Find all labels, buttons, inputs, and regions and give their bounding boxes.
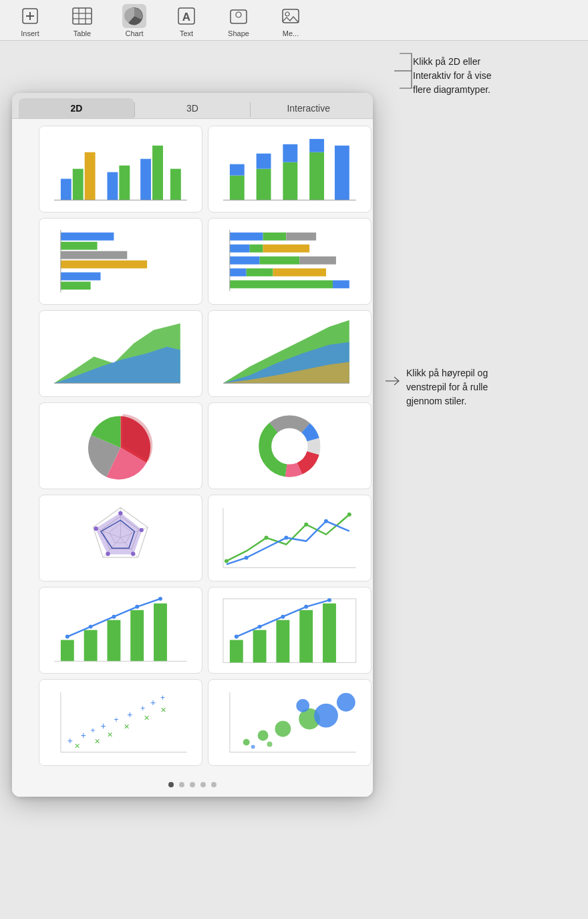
chart-area-stacked[interactable]	[208, 310, 372, 397]
svg-point-114	[327, 598, 331, 602]
svg-rect-13	[283, 9, 299, 23]
chart-combo-bar-line-framed[interactable]	[208, 587, 372, 674]
toolbar: Insert Table Chart	[0, 0, 588, 41]
svg-rect-46	[263, 245, 310, 253]
toolbar-text[interactable]: A Text	[170, 4, 203, 37]
toolbar-table[interactable]: Table	[65, 4, 99, 37]
svg-rect-16	[73, 169, 84, 201]
chart-label: Chart	[126, 29, 144, 37]
svg-point-85	[265, 536, 269, 540]
svg-rect-35	[61, 242, 98, 250]
svg-rect-21	[152, 146, 163, 201]
svg-rect-17	[85, 152, 96, 201]
svg-rect-36	[61, 251, 127, 259]
svg-rect-49	[299, 257, 336, 265]
svg-rect-96	[130, 610, 144, 662]
svg-point-140	[337, 693, 355, 712]
chart-line[interactable]	[208, 495, 372, 581]
svg-point-12	[236, 12, 241, 17]
chart-vertical-bar-stacked[interactable]	[208, 126, 372, 213]
toolbar-media[interactable]: Me...	[274, 4, 307, 37]
dot-4[interactable]	[200, 782, 206, 787]
svg-text:A: A	[182, 11, 190, 23]
nav-arrow-right[interactable]: ›	[369, 438, 373, 456]
tab-interactive[interactable]: Interactive	[251, 98, 366, 118]
chart-horizontal-bar-stacked[interactable]	[208, 218, 372, 305]
nav-arrow-left[interactable]: ‹	[12, 438, 16, 456]
tab-3d[interactable]: 3D	[135, 98, 251, 118]
chart-bubble[interactable]	[208, 679, 372, 766]
svg-point-100	[112, 615, 116, 619]
svg-point-102	[158, 597, 162, 601]
svg-point-101	[135, 605, 139, 609]
svg-rect-20	[140, 159, 151, 201]
svg-text:✕: ✕	[160, 706, 166, 714]
chart-donut[interactable]	[208, 402, 372, 489]
svg-text:+: +	[140, 704, 145, 713]
dot-2[interactable]	[179, 782, 184, 787]
chart-pie[interactable]	[39, 402, 202, 489]
svg-text:✕: ✕	[144, 714, 150, 722]
toolbar-insert[interactable]: Insert	[13, 4, 47, 37]
svg-point-84	[225, 559, 229, 563]
chart-combo-bar-line[interactable]	[39, 587, 202, 674]
svg-point-83	[94, 527, 98, 531]
dot-3[interactable]	[190, 782, 195, 787]
svg-rect-26	[257, 169, 271, 201]
svg-point-135	[258, 731, 269, 741]
svg-point-110	[235, 635, 239, 639]
svg-point-141	[251, 745, 255, 749]
svg-rect-105	[230, 640, 243, 663]
svg-text:+: +	[150, 697, 156, 708]
insert-label: Insert	[21, 29, 39, 37]
svg-rect-108	[299, 610, 313, 663]
chart-vertical-bar-grouped[interactable]	[39, 126, 202, 213]
chart-icon	[122, 4, 146, 28]
svg-rect-53	[230, 281, 333, 289]
svg-point-14	[285, 12, 289, 16]
svg-text:+: +	[91, 727, 96, 736]
toolbar-shape[interactable]: Shape	[222, 4, 255, 37]
svg-rect-28	[283, 162, 298, 201]
toolbar-chart[interactable]: Chart	[118, 4, 151, 37]
dot-5[interactable]	[211, 782, 216, 787]
shape-label: Shape	[228, 29, 249, 37]
insert-icon	[18, 4, 42, 28]
svg-text:✕: ✕	[124, 723, 130, 731]
dot-1[interactable]	[168, 782, 174, 787]
svg-text:✕: ✕	[94, 738, 100, 746]
svg-rect-39	[61, 282, 91, 290]
shape-icon	[227, 4, 251, 28]
svg-point-142	[267, 742, 273, 747]
svg-rect-15	[61, 179, 71, 201]
svg-point-81	[131, 552, 135, 556]
charts-grid-container: + + + + + + + + + ✕ ✕ ✕ ✕ ✕	[32, 119, 353, 775]
svg-rect-37	[61, 261, 147, 269]
svg-rect-52	[273, 269, 327, 277]
svg-point-138	[296, 699, 309, 712]
chart-type-tabs: 2D 3D Interactive	[12, 93, 373, 119]
svg-point-86	[304, 523, 308, 527]
chart-horizontal-bar-grouped[interactable]	[39, 218, 202, 305]
svg-text:+: +	[127, 709, 132, 720]
svg-rect-43	[287, 233, 317, 241]
svg-marker-57	[54, 347, 180, 384]
svg-point-136	[275, 721, 291, 737]
table-icon	[70, 4, 94, 28]
svg-rect-97	[154, 604, 167, 661]
chart-radar[interactable]	[39, 495, 202, 581]
chart-area[interactable]	[39, 310, 202, 397]
svg-point-79	[118, 511, 122, 515]
tab-2d[interactable]: 2D	[19, 98, 134, 118]
chart-scatter[interactable]: + + + + + + + + + ✕ ✕ ✕ ✕ ✕	[39, 679, 202, 766]
svg-point-90	[324, 519, 328, 523]
svg-rect-25	[230, 164, 245, 176]
svg-rect-93	[61, 640, 74, 662]
svg-rect-27	[257, 154, 271, 169]
svg-point-113	[304, 605, 308, 609]
svg-rect-31	[309, 139, 324, 152]
annotation-top-text: Klikk på 2D ellerInteraktiv for å visefl…	[413, 55, 567, 97]
svg-point-139	[314, 704, 338, 728]
svg-rect-48	[260, 257, 300, 265]
svg-text:+: +	[67, 736, 73, 747]
